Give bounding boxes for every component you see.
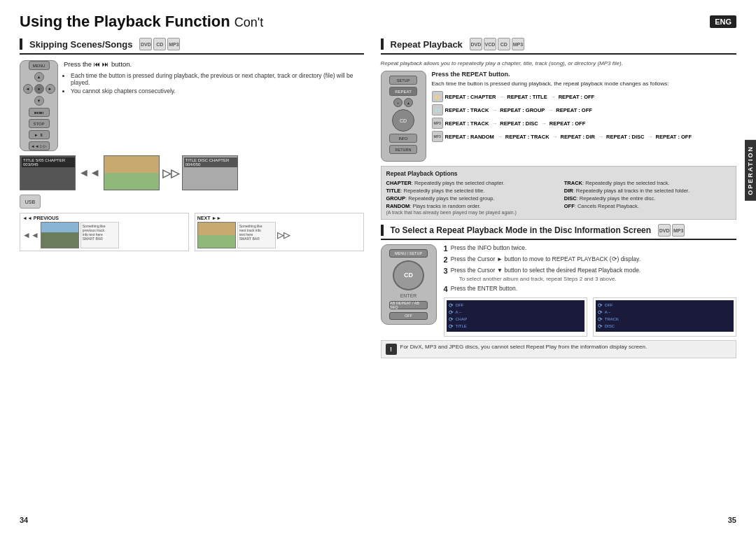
disc-enter-label: ENTER — [400, 293, 417, 298]
option-group: GROUP: Repeatedly plays the selected gro… — [386, 195, 553, 202]
select-title: To Select a Repeat Playback Mode in the … — [381, 224, 736, 240]
press-instruction: Press the ⏮ ⏭ button. — [64, 60, 364, 68]
display-screen-left: ⟳ OFF ⟳ A ~ ⟳ CHAP ⟳ TITLE — [447, 300, 584, 332]
left-section-title: Skipping Scenes/Songs DVD CD MP3 — [20, 38, 364, 55]
repeat-subtitle: Repeat playback allows you to repeatedly… — [381, 60, 736, 66]
select-section: To Select a Repeat Playback Mode in the … — [381, 224, 736, 358]
prev-next-row: ◄◄ PREVIOUS ◄◄ Something likeprevious tr… — [20, 213, 364, 251]
left-title-text: Skipping Scenes/Songs — [29, 39, 132, 50]
remote-enter-btn: ● — [34, 84, 44, 94]
mp3-disc-icon: MP3 — [432, 118, 443, 129]
right-column: Repeat Playback DVD VCD CD MP3 Repeat pl… — [381, 38, 736, 514]
disc-off-btn: OFF — [389, 312, 428, 321]
scene-2 — [104, 155, 160, 190]
cd-icon: CD — [153, 38, 166, 50]
option-dir: DIR: Repeatedly plays all tracks in the … — [564, 188, 731, 194]
step-1: 1 Press the INFO button twice. — [444, 244, 736, 253]
usb-icon: USB — [20, 195, 41, 209]
subtitle-text: Con't — [234, 15, 263, 29]
remote-plus: + — [393, 98, 402, 107]
next-box: NEXT ►► Something likenext track infotex… — [195, 213, 364, 251]
bullet-2: You cannot skip chapters consecutively. — [71, 87, 364, 94]
repeat-remote: SETUP REPEAT + ▲ CD INFO RETURN — [381, 71, 426, 162]
next-content: Something likenext track infotext hereSM… — [197, 222, 361, 248]
next-content-arrow: ▷▷ — [277, 230, 290, 240]
left-column: Skipping Scenes/Songs DVD CD MP3 MENU ▲ … — [20, 38, 364, 514]
display-box-left: ⟳ OFF ⟳ A ~ ⟳ CHAP ⟳ TITLE — [444, 297, 587, 337]
prev-label: ◄◄ PREVIOUS — [22, 216, 186, 220]
remote-up: ▲ — [404, 98, 413, 107]
right-title-bar — [381, 38, 384, 50]
disc-menu-btn: MENU / SETUP — [389, 249, 428, 258]
repeat-circle: CD — [392, 109, 414, 132]
page-header: Using the Playback Function Con't ENG — [20, 13, 736, 31]
repeat-press-sub: Each time the button is pressed during p… — [432, 80, 736, 87]
option-track: TRACK: Repeatedly plays the selected tra… — [564, 180, 731, 186]
page-container: Using the Playback Function Con't ENG Sk… — [0, 0, 756, 534]
note-icon: ! — [386, 344, 397, 355]
dvd-disc-icon: 📀 — [432, 91, 443, 102]
repeat-remote-top: SETUP — [389, 76, 417, 85]
repeat-press-text: Press the REPEAT button. — [432, 71, 736, 78]
left-icon-group: DVD CD MP3 — [139, 38, 180, 50]
steps-list: 1 Press the INFO button twice. 2 Press t… — [444, 244, 736, 337]
prev-text-box: Something likeprevious trackinfo text he… — [80, 222, 119, 248]
disc-remote: MENU / SETUP CD ENTER AB REPEAT / AB SEQ… — [381, 244, 437, 325]
note-text: For DivX, MP3 and JPEG discs, you cannot… — [400, 344, 648, 350]
prev-box: ◄◄ PREVIOUS ◄◄ Something likeprevious tr… — [20, 213, 189, 251]
prev-content: ◄◄ Something likeprevious trackinfo text… — [22, 222, 186, 248]
right-section-title: Repeat Playback DVD VCD CD MP3 — [381, 38, 736, 55]
random-note: (A track that has already been played ma… — [386, 210, 517, 215]
display-screen-right: ⟳ OFF ⟳ A ~ ⟳ TRACK ⟳ DISC — [596, 300, 734, 332]
remote-stop-btn: STOP — [29, 119, 50, 128]
step-2-text: Press the Cursor ► button to move to REP… — [451, 255, 640, 262]
left-instructions: Press the ⏮ ⏭ button. Each time the butt… — [64, 60, 364, 151]
mode-line-1: 📀 REPEAT : CHAPTER → REPEAT : TITLE → RE… — [432, 91, 736, 102]
right-dvd-icon: DVD — [470, 38, 482, 50]
display-box-right: ⟳ OFF ⟳ A ~ ⟳ TRACK ⟳ DISC — [593, 297, 736, 337]
title-text: Using the Playback Function — [20, 13, 230, 30]
prev-arrow: ◄◄ — [78, 167, 101, 179]
select-dvd-icon: DVD — [658, 224, 671, 237]
options-box: Repeat Playback Options CHAPTER: Repeate… — [381, 166, 736, 220]
step-4: 4 Press the ENTER button. — [444, 285, 736, 293]
step-2: 2 Press the Cursor ► button to move to R… — [444, 255, 736, 264]
remote-right-btn: ► — [46, 84, 55, 94]
remote-rew-btn: ◄◄ ▷▷ — [29, 141, 50, 150]
right-title-text: Repeat Playback — [391, 39, 463, 50]
option-title: TITLE: Repeatedly plays the selected tit… — [386, 188, 553, 194]
options-title: Repeat Playback Options — [386, 170, 731, 177]
next-arrow: ▷▷ — [162, 167, 179, 180]
repeat-remote-return: RETURN — [389, 145, 417, 154]
step-3: 3 Press the Cursor ▼ button to select th… — [444, 267, 736, 282]
step-1-text: Press the INFO button twice. — [451, 244, 527, 251]
right-vcd-icon: VCD — [484, 38, 496, 50]
step-4-text: Press the ENTER button. — [451, 285, 517, 292]
mode-line-2: 💿 REPEAT : TRACK → REPEAT : GROUP → REPE… — [432, 104, 736, 115]
select-content: MENU / SETUP CD ENTER AB REPEAT / AB SEQ… — [381, 244, 736, 337]
step-3-text: Press the Cursor ▼ button to select the … — [451, 267, 641, 274]
option-random: RANDOM: Plays tracks in random order. (A… — [386, 203, 553, 216]
cd-disc-icon: 💿 — [432, 104, 443, 115]
select-icon-group: DVD MP3 — [658, 224, 685, 237]
repeat-remote-repeat: REPEAT — [389, 87, 417, 96]
mode-line-4: MP3 REPEAT : RANDOM → REPEAT : TRACK → R… — [432, 131, 736, 142]
remote-play-btn: ► ⏸ — [29, 130, 50, 139]
right-mp3-icon: MP3 — [512, 38, 524, 50]
remote-down-btn: ▼ — [34, 96, 44, 106]
select-title-text: To Select a Repeat Playback Mode in the … — [391, 225, 652, 235]
mode-line-3: MP3 REPEAT : TRACK → REPEAT : DISC → REP… — [432, 118, 736, 129]
instruction-bullets: Each time the button is pressed during p… — [71, 72, 364, 94]
mp3-disc2-icon: MP3 — [432, 131, 443, 142]
prev-scene-1 — [41, 222, 79, 248]
option-chapter: CHAPTER: Repeatedly plays the selected c… — [386, 180, 553, 186]
remote-left-btn: ◄ — [23, 84, 33, 94]
repeat-modes: Press the REPEAT button. Each time the b… — [432, 71, 736, 162]
repeat-remote-info: INFO — [389, 134, 417, 143]
option-disc: DISC: Repeatedly plays the entire disc. — [564, 195, 731, 202]
next-text-box: Something likenext track infotext hereSM… — [237, 222, 276, 248]
right-icon-group: DVD VCD CD MP3 — [470, 38, 524, 50]
disc-remote-circle: CD — [393, 260, 424, 290]
options-grid: CHAPTER: Repeatedly plays the selected c… — [386, 180, 731, 216]
title-bar-icon — [20, 38, 22, 50]
